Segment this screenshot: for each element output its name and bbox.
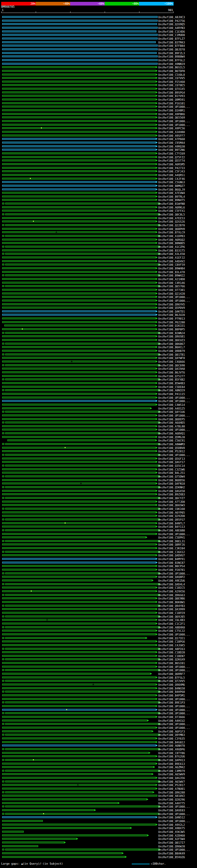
hit-row[interactable]: UniRef100_Q75277	[0, 374, 197, 378]
alignment-bar[interactable]	[2, 30, 156, 32]
hit-label[interactable]: UniRef100_Q5KNH2	[158, 486, 185, 489]
alignment-bar[interactable]	[5, 213, 159, 215]
hit-row[interactable]: UniRef100_P16101	[0, 102, 197, 105]
hit-row[interactable]: UniRef100_B6DD56	[0, 478, 197, 482]
alignment-bar[interactable]	[2, 142, 156, 144]
hit-label[interactable]: UniRef100_C5FJ43	[158, 170, 185, 173]
alignment-bar[interactable]	[2, 159, 156, 161]
hit-label[interactable]: UniRef100_A9RQ30	[158, 145, 185, 148]
alignment-bar[interactable]	[2, 134, 156, 136]
hit-label[interactable]: UniRef100_P52817	[158, 784, 185, 787]
hit-row[interactable]: UniRef100_A9P8K6	[0, 113, 197, 116]
hit-label[interactable]: UniRef100_A6RSM5	[158, 163, 185, 166]
hit-label[interactable]: UniRef100_C1C2F1	[158, 622, 185, 625]
hit-row[interactable]: UniRef100_Q0JEF8	[0, 48, 197, 52]
hit-row[interactable]: UniRef100_A6NH70	[0, 744, 197, 748]
hit-label[interactable]: UniRef100_UP1000...	[158, 665, 190, 669]
hit-label[interactable]: UniRef100_P41115	[158, 393, 185, 396]
hit-row[interactable]: UniRef100_A9UDP6	[0, 748, 197, 751]
alignment-bar[interactable]	[2, 483, 156, 484]
hit-row[interactable]: UniRef100_Q9YMB3	[0, 733, 197, 737]
hit-row[interactable]: UniRef100_A1EFJ2	[0, 256, 197, 259]
hit-label[interactable]: UniRef100_A7EE53	[158, 217, 185, 220]
alignment-bar[interactable]	[5, 432, 159, 434]
alignment-bar[interactable]	[2, 795, 157, 797]
hit-row[interactable]: UniRef100_C1BEN7	[0, 654, 197, 658]
hit-label[interactable]: UniRef100_Q017I7	[158, 841, 185, 844]
alignment-bar[interactable]	[2, 461, 156, 463]
hit-row[interactable]: UniRef100_P42733	[0, 166, 197, 170]
hit-label[interactable]: UniRef100_B8MQZ7	[158, 184, 185, 188]
alignment-bar[interactable]	[2, 303, 156, 305]
alignment-bar[interactable]	[2, 361, 156, 363]
hit-label[interactable]: UniRef100_A5K3W5	[158, 831, 185, 834]
alignment-bar[interactable]	[2, 195, 156, 197]
hit-label[interactable]: UniRef100_UP1000...	[158, 454, 190, 457]
alignment-bar[interactable]	[5, 422, 159, 423]
hit-row[interactable]: UniRef100_Q5GF13	[0, 457, 197, 461]
alignment-bar[interactable]	[2, 752, 149, 754]
hit-label[interactable]: UniRef100_Q96288	[158, 791, 185, 794]
hit-row[interactable]: UniRef100_A4D4V2	[0, 259, 197, 263]
hit-row[interactable]: UniRef100_Q5PDV9	[0, 306, 197, 310]
alignment-bar[interactable]	[2, 623, 156, 624]
alignment-bar[interactable]	[5, 712, 159, 714]
hit-label[interactable]: UniRef100_UP1000...	[158, 726, 190, 730]
alignment-bar[interactable]	[5, 285, 159, 287]
hit-row[interactable]: UniRef100_Q4DVU7	[0, 554, 197, 557]
hit-label[interactable]: UniRef100_B7FB84	[158, 44, 185, 48]
hit-row[interactable]: UniRef100_Q21420	[0, 292, 197, 296]
hit-label[interactable]: UniRef100_C4JGK5	[158, 644, 185, 647]
hit-label[interactable]: UniRef100_Q1K331	[158, 324, 185, 327]
alignment-bar[interactable]	[2, 314, 156, 316]
hit-label[interactable]: UniRef100_C1BEN7	[158, 655, 185, 658]
hit-row[interactable]: UniRef100_A810V2	[0, 794, 197, 798]
hit-label[interactable]: UniRef100_Q72VV5	[158, 680, 185, 683]
alignment-bar[interactable]	[2, 350, 156, 352]
hit-label[interactable]: UniRef100_Q1H8R1	[158, 109, 185, 112]
hit-label[interactable]: UniRef100_C7YI69	[158, 152, 185, 155]
hit-label[interactable]: UniRef100_Q75FZ2	[158, 156, 185, 159]
alignment-bar[interactable]	[2, 827, 131, 829]
hit-row[interactable]: UniRef100_B5VUZ6	[0, 856, 197, 859]
alignment-bar[interactable]	[2, 393, 156, 395]
hit-row[interactable]: UniRef100_A6RKL6	[0, 206, 197, 209]
hit-label[interactable]: UniRef100_C1BPG6	[158, 640, 185, 643]
alignment-bar[interactable]	[2, 576, 156, 578]
alignment-bar[interactable]	[2, 619, 156, 621]
hit-row[interactable]: UniRef100_Q5DBV8	[0, 446, 197, 450]
alignment-bar[interactable]	[2, 784, 156, 786]
hit-row[interactable]: UniRef100_Q4GY17	[0, 460, 197, 464]
alignment-bar[interactable]	[2, 267, 156, 269]
hit-row[interactable]: UniRef100_A7P668	[0, 137, 197, 141]
hit-label[interactable]: UniRef100_B1YV93	[158, 95, 185, 98]
hit-row[interactable]: UniRef100_B7FLZ7	[0, 37, 197, 41]
alignment-bar[interactable]	[2, 20, 158, 22]
alignment-bar[interactable]	[2, 185, 156, 187]
hit-label[interactable]: UniRef100_UP1000...	[158, 396, 190, 399]
alignment-bar[interactable]	[2, 662, 156, 664]
alignment-bar[interactable]	[5, 572, 159, 574]
alignment-bar[interactable]	[5, 332, 159, 334]
alignment-bar[interactable]	[2, 601, 156, 603]
hit-row[interactable]: UniRef100_C8TY86	[0, 751, 197, 755]
hit-label[interactable]: UniRef100_UP1000...	[158, 709, 190, 712]
hit-label[interactable]: UniRef100_C8TY86	[158, 752, 185, 755]
hit-label[interactable]: UniRef100_C4M979	[158, 770, 185, 773]
hit-row[interactable]: UniRef100_B7XLC9	[0, 230, 197, 234]
alignment-bar[interactable]	[5, 224, 159, 226]
hit-label[interactable]: UniRef100_B3TM43	[158, 41, 185, 44]
hit-row[interactable]: UniRef100_B9T2N6	[0, 148, 197, 152]
hit-label[interactable]: UniRef100_A6ZM42	[158, 766, 185, 769]
hit-label[interactable]: UniRef100_A6RKL6	[158, 206, 185, 209]
hit-label[interactable]: UniRef100_A4H775	[158, 802, 185, 805]
hit-row[interactable]: UniRef100_Q43999	[0, 608, 197, 611]
hit-row[interactable]: UniRef100_UP1000...	[0, 722, 197, 726]
alignment-bar[interactable]	[5, 748, 159, 750]
alignment-bar[interactable]	[5, 637, 146, 639]
hit-label[interactable]: UniRef100_B4LJ51	[158, 471, 185, 474]
hit-label[interactable]: UniRef100_Q01TB1	[158, 353, 185, 356]
hit-row[interactable]: UniRef100_Q75DW4	[0, 475, 197, 478]
hit-label[interactable]: UniRef100_UP1000...	[158, 805, 190, 808]
hit-row[interactable]: UniRef100_UP1000...	[0, 299, 197, 303]
